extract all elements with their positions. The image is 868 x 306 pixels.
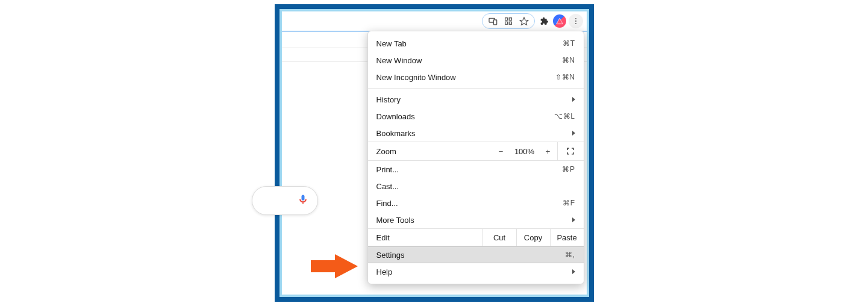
menu-item-bookmarks[interactable]: Bookmarks (368, 125, 584, 142)
shortcut-label: ⌘F (563, 199, 575, 207)
grid-icon[interactable] (502, 14, 515, 28)
svg-rect-3 (509, 18, 511, 20)
menu-item-print[interactable]: Print... ⌘P (368, 161, 584, 178)
shortcut-label: ⌘P (562, 165, 575, 173)
menu-label: New Window (376, 56, 422, 65)
svg-rect-2 (505, 18, 507, 20)
menu-separator (368, 88, 584, 89)
shortcut-label: ⇧⌘N (555, 73, 575, 81)
menu-label: Bookmarks (376, 129, 416, 138)
menu-label: More Tools (376, 216, 414, 225)
profile-avatar[interactable] (553, 14, 566, 28)
fullscreen-button[interactable] (557, 142, 584, 160)
svg-point-9 (575, 23, 576, 24)
chevron-right-icon (572, 269, 575, 274)
menu-label: Downloads (376, 112, 415, 121)
menu-label: Edit (368, 233, 482, 242)
shortcut-label: ⌘, (565, 251, 575, 259)
svg-marker-10 (311, 254, 358, 278)
menu-label: Help (376, 267, 393, 276)
puzzle-icon[interactable] (537, 14, 551, 28)
menu-label: Settings (376, 251, 405, 260)
menu-label: Print... (376, 165, 399, 174)
paste-button[interactable]: Paste (550, 229, 584, 246)
browser-window: New Tab ⌘T New Window ⌘N New Incognito W… (282, 11, 587, 295)
menu-item-cast[interactable]: Cast... (368, 178, 584, 195)
svg-marker-6 (520, 17, 528, 25)
chevron-right-icon (572, 131, 575, 136)
menu-item-downloads[interactable]: Downloads ⌥⌘L (368, 108, 584, 125)
menu-item-new-window[interactable]: New Window ⌘N (368, 52, 584, 69)
chevron-right-icon (572, 217, 575, 222)
cut-button[interactable]: Cut (482, 229, 516, 246)
svg-rect-4 (505, 22, 507, 24)
svg-rect-1 (493, 20, 496, 25)
callout-arrow-icon (311, 254, 358, 281)
zoom-value: 100% (510, 147, 539, 156)
menu-item-find[interactable]: Find... ⌘F (368, 195, 584, 211)
menu-item-more-tools[interactable]: More Tools (368, 211, 584, 228)
browser-toolbar (282, 11, 587, 32)
svg-point-8 (575, 20, 576, 22)
search-box[interactable] (252, 186, 318, 215)
chevron-right-icon (572, 97, 575, 102)
screenshot-frame: New Tab ⌘T New Window ⌘N New Incognito W… (275, 4, 594, 302)
menu-label: New Incognito Window (376, 73, 456, 82)
star-icon[interactable] (517, 14, 531, 28)
menu-label: History (376, 95, 401, 104)
shortcut-label: ⌘N (562, 56, 575, 64)
menu-item-zoom: Zoom − 100% + (368, 142, 584, 161)
svg-rect-5 (509, 22, 511, 24)
zoom-out-button[interactable]: − (492, 147, 510, 156)
menu-label: Zoom (368, 147, 492, 156)
more-menu-button[interactable] (569, 14, 583, 28)
menu-label: New Tab (376, 39, 407, 48)
shortcut-label: ⌥⌘L (554, 112, 575, 120)
menu-label: Cast... (376, 182, 399, 191)
svg-point-7 (575, 18, 576, 19)
menu-item-help[interactable]: Help (368, 263, 584, 280)
menu-item-new-tab[interactable]: New Tab ⌘T (368, 35, 584, 52)
omnibox-actions-pill (482, 13, 535, 29)
zoom-in-button[interactable]: + (539, 147, 557, 156)
device-icon[interactable] (486, 14, 499, 28)
menu-item-edit: Edit Cut Copy Paste (368, 228, 584, 246)
menu-item-settings[interactable]: Settings ⌘, (368, 246, 584, 263)
microphone-icon[interactable] (297, 193, 309, 208)
copy-button[interactable]: Copy (516, 229, 550, 246)
shortcut-label: ⌘T (563, 39, 575, 48)
chrome-overflow-menu: New Tab ⌘T New Window ⌘N New Incognito W… (367, 31, 584, 284)
menu-label: Find... (376, 199, 398, 208)
menu-item-incognito[interactable]: New Incognito Window ⇧⌘N (368, 69, 584, 86)
menu-item-history[interactable]: History (368, 91, 584, 108)
